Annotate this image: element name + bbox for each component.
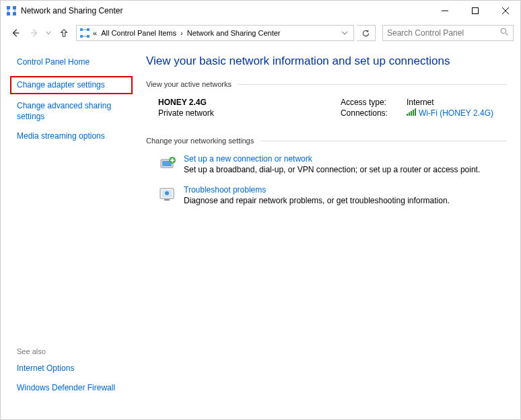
breadcrumb-sep: « xyxy=(93,29,97,37)
setup-connection-item: Set up a new connection or network Set u… xyxy=(158,154,507,174)
address-bar[interactable]: « All Control Panel Items › Network and … xyxy=(76,25,354,41)
svg-rect-15 xyxy=(87,35,90,38)
network-name: HONEY 2.4G xyxy=(158,98,214,107)
window-title: Network and Sharing Center xyxy=(21,6,429,15)
close-icon xyxy=(502,7,509,14)
svg-rect-7 xyxy=(472,8,478,14)
svg-rect-1 xyxy=(13,6,16,9)
svg-point-18 xyxy=(501,28,506,33)
change-adapter-link[interactable]: Change adapter settings xyxy=(17,80,126,91)
setup-connection-link[interactable]: Set up a new connection or network xyxy=(184,154,480,164)
refresh-icon xyxy=(361,29,370,38)
svg-rect-22 xyxy=(411,111,412,116)
back-icon xyxy=(11,28,20,38)
page-title: View your basic network information and … xyxy=(146,55,507,68)
chevron-down-icon xyxy=(46,30,51,36)
minimize-button[interactable] xyxy=(429,1,460,21)
network-identity: HONEY 2.4G Private network xyxy=(158,98,214,119)
history-dropdown[interactable] xyxy=(45,30,52,36)
up-icon xyxy=(59,28,69,38)
firewall-link[interactable]: Windows Defender Firewall xyxy=(17,383,133,394)
minimize-icon xyxy=(442,7,448,14)
window-controls xyxy=(429,1,520,21)
sidebar: Control Panel Home Change adapter settin… xyxy=(1,45,142,419)
internet-options-link[interactable]: Internet Options xyxy=(17,363,133,374)
nav-bar: « All Control Panel Items › Network and … xyxy=(1,21,520,45)
troubleshoot-icon xyxy=(158,185,177,204)
main-panel: View your basic network information and … xyxy=(142,45,520,419)
svg-rect-13 xyxy=(87,28,90,31)
active-networks-heading: View your active networks xyxy=(146,80,507,88)
settings-list: Set up a new connection or network Set u… xyxy=(146,154,507,205)
control-panel-home-link[interactable]: Control Panel Home xyxy=(17,57,133,68)
troubleshoot-link[interactable]: Troubleshoot problems xyxy=(184,185,450,195)
svg-rect-0 xyxy=(7,6,10,9)
svg-rect-14 xyxy=(80,35,83,38)
setup-connection-desc: Set up a broadband, dial-up, or VPN conn… xyxy=(184,165,480,174)
app-icon xyxy=(6,5,17,16)
wifi-signal-icon xyxy=(407,108,416,118)
media-streaming-link[interactable]: Media streaming options xyxy=(17,131,133,142)
refresh-button[interactable] xyxy=(357,25,376,41)
maximize-icon xyxy=(472,7,479,14)
access-type-label: Access type: xyxy=(341,98,401,107)
search-input[interactable] xyxy=(387,28,500,38)
svg-rect-24 xyxy=(415,108,416,116)
connection-link[interactable]: Wi-Fi (HONEY 2.4G) xyxy=(407,108,493,118)
forward-button[interactable] xyxy=(26,25,42,41)
back-button[interactable] xyxy=(7,25,24,41)
connections-label: Connections: xyxy=(341,108,401,118)
maximize-button[interactable] xyxy=(460,1,490,21)
see-also-heading: See also xyxy=(17,347,133,355)
svg-rect-20 xyxy=(407,114,408,116)
chevron-down-icon xyxy=(341,30,348,36)
network-details: Access type: Internet Connections: Wi-Fi… xyxy=(341,98,493,119)
forward-icon xyxy=(30,28,39,38)
breadcrumb-item[interactable]: All Control Panel Items xyxy=(98,29,179,37)
active-network-row: HONEY 2.4G Private network Access type: … xyxy=(146,98,507,119)
svg-line-19 xyxy=(506,33,508,35)
network-icon xyxy=(79,28,90,38)
close-button[interactable] xyxy=(490,1,520,21)
search-icon xyxy=(500,28,509,38)
content: Control Panel Home Change adapter settin… xyxy=(1,45,520,419)
troubleshoot-item: Troubleshoot problems Diagnose and repai… xyxy=(158,185,507,205)
svg-rect-3 xyxy=(13,12,16,15)
access-type-value: Internet xyxy=(407,98,434,107)
troubleshoot-desc: Diagnose and repair network problems, or… xyxy=(184,196,450,205)
title-bar: Network and Sharing Center xyxy=(1,1,520,21)
search-box[interactable] xyxy=(382,25,514,41)
svg-rect-23 xyxy=(413,110,414,116)
breadcrumb-arrow: › xyxy=(180,29,183,37)
svg-rect-2 xyxy=(7,12,10,15)
svg-rect-12 xyxy=(80,28,83,31)
breadcrumb-item[interactable]: Network and Sharing Center xyxy=(184,29,283,37)
advanced-sharing-link[interactable]: Change advanced sharing settings xyxy=(17,101,133,122)
setup-connection-icon xyxy=(158,154,177,173)
address-dropdown[interactable] xyxy=(339,29,351,37)
svg-rect-21 xyxy=(409,112,410,116)
change-settings-heading: Change your networking settings xyxy=(146,137,507,145)
network-type: Private network xyxy=(158,108,214,118)
up-button[interactable] xyxy=(57,26,71,40)
svg-point-32 xyxy=(165,191,169,195)
highlight-box: Change adapter settings xyxy=(10,76,133,95)
